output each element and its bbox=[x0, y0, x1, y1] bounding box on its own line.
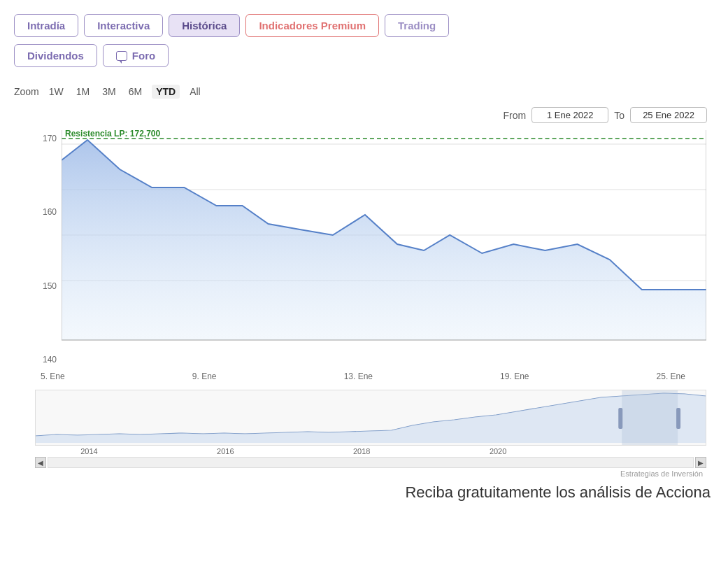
premium-button[interactable]: Indicadores Premium bbox=[245, 14, 379, 37]
scroll-bar: ◀ ▶ bbox=[35, 457, 706, 468]
y-label-170: 170 bbox=[35, 134, 59, 143]
scroll-left-arrow[interactable]: ◀ bbox=[35, 457, 46, 468]
zoom-6m[interactable]: 6M bbox=[126, 85, 145, 99]
svg-rect-12 bbox=[618, 408, 622, 429]
historical-button[interactable]: Histórica bbox=[169, 14, 240, 37]
scroll-right-arrow[interactable]: ▶ bbox=[695, 457, 706, 468]
x-label-19ene: 19. Ene bbox=[500, 372, 529, 381]
zoom-controls: Zoom 1W 1M 3M 6M YTD All bbox=[14, 85, 714, 99]
main-chart-svg: Resistencia LP: 172,700 bbox=[62, 130, 706, 368]
svg-text:Resistencia LP: 172,700: Resistencia LP: 172,700 bbox=[65, 130, 161, 139]
chart-svg-container: Resistencia LP: 172,700 bbox=[62, 130, 706, 368]
svg-rect-13 bbox=[676, 408, 680, 429]
bottom-cta: Reciba gratuitamente los análisis de Acc… bbox=[14, 483, 714, 502]
estrategias-label: Estrategias de Inversión bbox=[14, 469, 706, 478]
x-label-25ene: 25. Ene bbox=[657, 372, 685, 381]
y-label-140: 140 bbox=[35, 355, 59, 365]
intraday-button[interactable]: Intradía bbox=[14, 14, 78, 37]
y-label-150: 150 bbox=[35, 281, 59, 291]
main-chart: 170 160 150 140 Resistencia LP: 172,700 bbox=[35, 130, 706, 368]
dividendos-button[interactable]: Dividendos bbox=[14, 44, 97, 67]
zoom-all[interactable]: All bbox=[187, 85, 204, 99]
from-label: From bbox=[504, 110, 527, 121]
interactive-button[interactable]: Interactiva bbox=[84, 14, 163, 37]
zoom-ytd[interactable]: YTD bbox=[152, 85, 180, 99]
svg-rect-11 bbox=[622, 390, 678, 446]
top-navigation: Intradía Interactiva Histórica Indicador… bbox=[14, 14, 714, 37]
mini-x-2014: 2014 bbox=[80, 447, 97, 455]
zoom-1w[interactable]: 1W bbox=[46, 85, 66, 99]
x-label-9ene: 9. Ene bbox=[192, 372, 217, 381]
to-label: To bbox=[614, 110, 624, 121]
trading-button[interactable]: Trading bbox=[385, 14, 449, 37]
y-axis: 170 160 150 140 bbox=[35, 130, 59, 368]
zoom-3m[interactable]: 3M bbox=[99, 85, 118, 99]
foro-button[interactable]: Foro bbox=[103, 44, 169, 67]
chart-area: 170 160 150 140 Resistencia LP: 172,700 bbox=[14, 130, 714, 478]
mini-x-2018: 2018 bbox=[353, 447, 370, 455]
x-axis: 5. Ene 9. Ene 13. Ene 19. Ene 25. Ene bbox=[14, 372, 685, 381]
to-date-input[interactable] bbox=[630, 107, 707, 123]
mini-chart[interactable] bbox=[35, 390, 706, 446]
date-range: From To bbox=[14, 107, 714, 123]
y-label-160: 160 bbox=[35, 207, 59, 217]
x-label-5ene: 5. Ene bbox=[41, 372, 65, 381]
mini-x-axis: 2014 2016 2018 2020 bbox=[14, 447, 685, 455]
mini-chart-svg bbox=[36, 390, 706, 446]
second-nav-row: Dividendos Foro bbox=[14, 44, 714, 67]
mini-x-2020: 2020 bbox=[490, 447, 506, 455]
chat-icon bbox=[116, 51, 127, 61]
scroll-track[interactable] bbox=[48, 457, 694, 468]
x-label-13ene: 13. Ene bbox=[344, 372, 373, 381]
from-date-input[interactable] bbox=[531, 107, 608, 123]
zoom-label: Zoom bbox=[14, 86, 39, 97]
mini-x-2016: 2016 bbox=[217, 447, 234, 455]
zoom-1m[interactable]: 1M bbox=[73, 85, 92, 99]
